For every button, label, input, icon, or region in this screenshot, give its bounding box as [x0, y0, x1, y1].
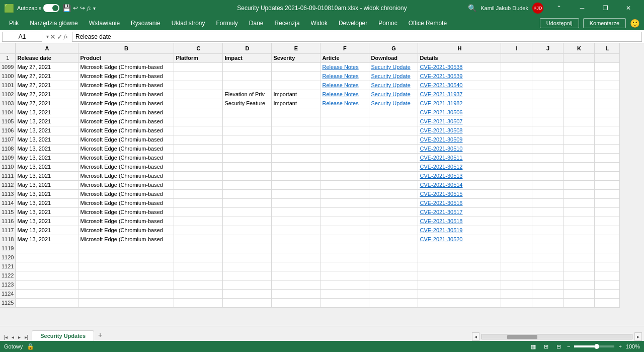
cell-g1123[interactable]: [369, 280, 418, 289]
cell-f1116[interactable]: [320, 217, 369, 226]
add-sheet-button[interactable]: +: [94, 329, 106, 341]
tab-last-btn[interactable]: ▸|: [23, 333, 30, 341]
col-header-f[interactable]: F: [320, 43, 369, 53]
cell-i1101[interactable]: [501, 81, 532, 90]
cell-b1121[interactable]: [78, 262, 174, 271]
cell-b1105[interactable]: Microsoft Edge (Chromium-based: [78, 117, 174, 126]
cell-b1109[interactable]: Microsoft Edge (Chromium-based: [78, 153, 174, 162]
col-header-d[interactable]: D: [223, 43, 272, 53]
hyperlink[interactable]: CVE-2021-30519: [420, 227, 462, 233]
cell-reference-input[interactable]: [2, 32, 42, 42]
cell-f1117[interactable]: [320, 226, 369, 235]
cell-d1117[interactable]: [223, 226, 272, 235]
cell-c1109[interactable]: [174, 153, 223, 162]
cell-b1115[interactable]: Microsoft Edge (Chromium-based: [78, 207, 174, 217]
cell-c1123[interactable]: [174, 280, 223, 289]
cell-i1113[interactable]: [501, 189, 532, 198]
hyperlink[interactable]: CVE-2021-30515: [420, 191, 462, 197]
cell-g1124[interactable]: [369, 289, 418, 298]
cell-b1123[interactable]: [78, 280, 174, 289]
cell-j1117[interactable]: [532, 226, 564, 235]
hyperlink[interactable]: CVE-2021-30520: [420, 236, 462, 242]
cell-e1101[interactable]: [272, 81, 320, 90]
cell-h1122[interactable]: [418, 271, 501, 280]
cell-d1110[interactable]: [223, 162, 272, 171]
cell-l1104[interactable]: [595, 108, 620, 117]
menu-item-dane[interactable]: Dane: [244, 18, 269, 29]
cell-b1106[interactable]: Microsoft Edge (Chromium-based: [78, 126, 174, 135]
cell-k1122[interactable]: [564, 271, 595, 280]
menu-item-plik[interactable]: Plik: [4, 18, 24, 29]
cell-h1110[interactable]: CVE-2021-30512: [418, 162, 501, 171]
cell-c1111[interactable]: [174, 171, 223, 180]
tab-security-updates[interactable]: Security Updates: [32, 330, 94, 341]
cell-k1101[interactable]: [564, 81, 595, 90]
cell-i1104[interactable]: [501, 108, 532, 117]
cell-l1118[interactable]: [595, 235, 620, 244]
hyperlink[interactable]: Security Update: [371, 73, 410, 79]
cell-b1101[interactable]: Microsoft Edge (Chromium-based: [78, 81, 174, 90]
minimize-button[interactable]: ─: [571, 0, 594, 16]
zoom-out-btn[interactable]: −: [567, 343, 570, 349]
cell-l1119[interactable]: [595, 244, 620, 253]
cell-i1102[interactable]: [501, 90, 532, 99]
cell-h1111[interactable]: CVE-2021-30513: [418, 171, 501, 180]
cell-d1116[interactable]: [223, 217, 272, 226]
cell-k1099[interactable]: [564, 62, 595, 72]
cell-i1125[interactable]: [501, 298, 532, 307]
cell-d1124[interactable]: [223, 289, 272, 298]
cell-k1111[interactable]: [564, 171, 595, 180]
cell-i1112[interactable]: [501, 180, 532, 189]
cell-i1116[interactable]: [501, 217, 532, 226]
cell-c1[interactable]: Platform: [174, 53, 223, 62]
cell-g1121[interactable]: [369, 262, 418, 271]
cell-h1116[interactable]: CVE-2021-30518: [418, 217, 501, 226]
cell-g1114[interactable]: [369, 198, 418, 207]
cell-g1109[interactable]: [369, 153, 418, 162]
cell-b1113[interactable]: Microsoft Edge (Chromium-based: [78, 189, 174, 198]
cell-e1123[interactable]: [272, 280, 320, 289]
cell-c1104[interactable]: [174, 108, 223, 117]
cell-l1102[interactable]: [595, 90, 620, 99]
cell-c1120[interactable]: [174, 253, 223, 262]
cell-a1105[interactable]: May 13, 2021: [16, 117, 78, 126]
hyperlink[interactable]: CVE-2021-30514: [420, 182, 462, 188]
cell-e1125[interactable]: [272, 298, 320, 307]
hyperlink[interactable]: Release Notes: [322, 73, 358, 79]
cell-k1125[interactable]: [564, 298, 595, 307]
cell-j1106[interactable]: [532, 126, 564, 135]
cell-d1120[interactable]: [223, 253, 272, 262]
cancel-formula-icon[interactable]: ✕: [50, 33, 56, 41]
cell-l1122[interactable]: [595, 271, 620, 280]
cell-g1125[interactable]: [369, 298, 418, 307]
cell-i1117[interactable]: [501, 226, 532, 235]
cell-a1104[interactable]: May 13, 2021: [16, 108, 78, 117]
cell-g1099[interactable]: Security Update: [369, 62, 418, 72]
cell-d1108[interactable]: [223, 144, 272, 153]
cell-i1108[interactable]: [501, 144, 532, 153]
cell-l1125[interactable]: [595, 298, 620, 307]
scroll-left-btn[interactable]: ◂: [472, 332, 479, 341]
hyperlink[interactable]: CVE-2021-30511: [420, 155, 462, 161]
cell-c1115[interactable]: [174, 207, 223, 217]
hyperlink[interactable]: CVE-2021-30517: [420, 209, 462, 215]
cell-g1108[interactable]: [369, 144, 418, 153]
cell-d1121[interactable]: [223, 262, 272, 271]
cell-i1114[interactable]: [501, 198, 532, 207]
expand-icon[interactable]: ▾: [46, 34, 49, 39]
cell-k1113[interactable]: [564, 189, 595, 198]
hyperlink[interactable]: CVE-2021-30510: [420, 146, 462, 152]
cell-j1108[interactable]: [532, 144, 564, 153]
cell-l1115[interactable]: [595, 207, 620, 217]
cell-f1125[interactable]: [320, 298, 369, 307]
cell-f1105[interactable]: [320, 117, 369, 126]
cell-l1103[interactable]: [595, 99, 620, 108]
comment-button[interactable]: Komentarze: [583, 18, 626, 28]
cell-f1123[interactable]: [320, 280, 369, 289]
cell-a1100[interactable]: May 27, 2021: [16, 72, 78, 81]
col-header-h[interactable]: H: [418, 43, 501, 53]
cell-a1111[interactable]: May 13, 2021: [16, 171, 78, 180]
cell-h1109[interactable]: CVE-2021-30511: [418, 153, 501, 162]
hyperlink[interactable]: CVE-2021-30540: [420, 82, 462, 88]
cell-g1107[interactable]: [369, 135, 418, 144]
